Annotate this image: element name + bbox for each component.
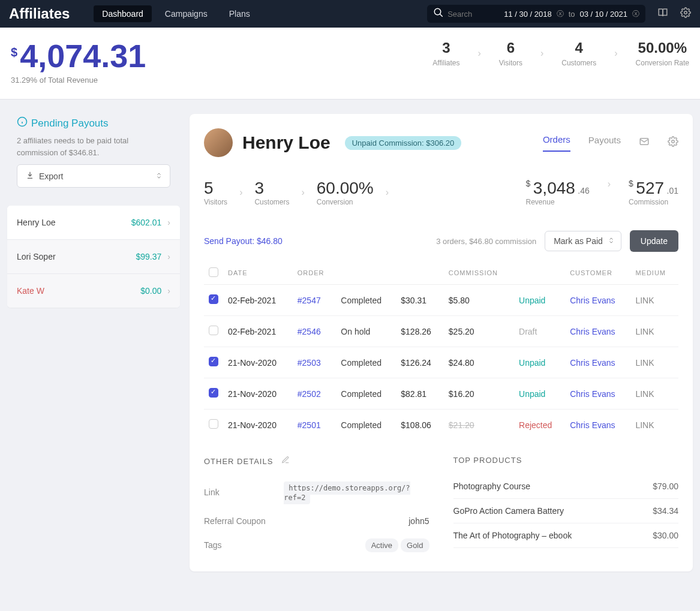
customer-link[interactable]: Chris Evans: [570, 358, 615, 368]
affiliate-item[interactable]: Henry Loe$602.01›: [7, 206, 180, 240]
cell-pay-status: Unpaid: [514, 347, 565, 378]
cell-commission: $21.20: [444, 410, 514, 438]
detail-label: Tags: [204, 540, 288, 550]
orders-scroll[interactable]: DATE ORDER COMMISSION CUSTOMER MEDIUM 02…: [204, 264, 678, 438]
other-details: OTHER DETAILS Linkhttps://demo.storeapps…: [204, 456, 429, 557]
affiliate-item[interactable]: Kate W$0.00›: [7, 274, 180, 308]
row-checkbox[interactable]: [209, 388, 218, 398]
export-select[interactable]: Export: [17, 164, 170, 188]
row-checkbox[interactable]: [209, 294, 218, 304]
customer-link[interactable]: Chris Evans: [570, 420, 615, 430]
cell-commission: $24.80: [444, 347, 514, 378]
top-products: TOP PRODUCTS Photography Course$79.00GoP…: [453, 456, 679, 557]
sidebar: Pending Payouts 2 affiliates needs to be…: [7, 114, 180, 308]
affiliate-name: Henry Loe: [17, 218, 56, 227]
mail-icon[interactable]: [639, 136, 650, 149]
nav-tabs: Dashboard Campaigns Plans: [94, 5, 258, 22]
send-payout-link[interactable]: Send Payout: $46.80: [204, 236, 283, 246]
order-link[interactable]: #2547: [298, 296, 321, 305]
row-checkbox[interactable]: [209, 419, 218, 429]
order-link[interactable]: #2501: [298, 420, 321, 430]
tab-payouts[interactable]: Payouts: [588, 135, 621, 151]
cell-status: On hold: [336, 316, 396, 347]
unpaid-commission-badge: Unpaid Commission: $306.20: [345, 136, 462, 150]
row-checkbox[interactable]: [209, 357, 218, 366]
cell-pay-status: Rejected: [514, 410, 565, 438]
affiliates-list: Henry Loe$602.01›Lori Soper$99.37›Kate W…: [7, 206, 180, 308]
chevron-right-icon: ›: [477, 48, 480, 59]
cell-medium: LINK: [630, 347, 678, 378]
kpi-items: 3 Affiliates › 6 Visitors › 4 Customers …: [432, 40, 689, 67]
product-name: Photography Course: [453, 481, 530, 491]
stat-commission-cur: $: [629, 179, 633, 188]
link-value[interactable]: https://demo.storeapps.org/?ref=2: [284, 481, 410, 504]
order-link[interactable]: #2546: [298, 327, 321, 336]
svg-line-1: [440, 14, 443, 17]
stat-visitors-v: 5: [204, 179, 227, 198]
order-link[interactable]: #2503: [298, 358, 321, 368]
svg-point-7: [672, 140, 675, 143]
stat-commission-big: 527: [636, 179, 664, 197]
kpi-conversion-l: Conversion Rate: [636, 59, 689, 67]
gear-icon[interactable]: [680, 7, 691, 21]
customer-link[interactable]: Chris Evans: [570, 327, 615, 336]
detail-label: Referral Coupon: [204, 516, 288, 526]
select-all-checkbox[interactable]: [209, 267, 218, 277]
kpi-visitors: 6 Visitors: [499, 40, 522, 67]
affiliate-amount: $99.37: [136, 252, 162, 261]
search-input[interactable]: [444, 10, 504, 19]
date-from[interactable]: 11 / 30 / 2018: [504, 10, 552, 19]
kpi-customers: 4 Customers: [561, 40, 596, 67]
edit-icon[interactable]: [281, 457, 290, 466]
stat-revenue: $ 3,048 .46 Revenue: [526, 179, 590, 206]
product-name: GoPro Action Camera Battery: [453, 506, 564, 516]
col-customer: CUSTOMER: [565, 264, 630, 285]
detail-value: john5: [408, 516, 429, 526]
stat-revenue-cur: $: [526, 179, 531, 188]
date-to[interactable]: 03 / 10 / 2021: [579, 10, 627, 19]
affiliate-amount: $0.00: [140, 286, 161, 296]
clear-to-icon[interactable]: ⓧ: [632, 9, 639, 19]
affiliate-name: Kate W: [17, 286, 44, 296]
chevron-updown-icon: [608, 236, 615, 246]
kpi-visitors-v: 6: [499, 40, 522, 56]
cell-date: 02-Feb-2021: [223, 316, 293, 347]
chevron-right-icon: ›: [614, 48, 617, 59]
cell-status: Completed: [336, 347, 396, 378]
row-checkbox[interactable]: [209, 326, 218, 335]
other-details-title-text: OTHER DETAILS: [204, 457, 273, 466]
stat-visitors-l: Visitors: [204, 198, 227, 206]
cell-commission: $25.20: [444, 316, 514, 347]
nav-tab-plans[interactable]: Plans: [221, 5, 259, 22]
mark-as-select[interactable]: Mark as Paid: [545, 231, 621, 251]
stat-conversion: 60.00% Conversion: [317, 179, 374, 206]
detail-row: TagsActiveGold: [204, 533, 429, 557]
clear-from-icon[interactable]: ⓧ: [557, 9, 564, 19]
chevron-updown-icon: [155, 171, 163, 181]
nav-tab-campaigns[interactable]: Campaigns: [157, 5, 216, 22]
cell-medium: LINK: [630, 378, 678, 410]
cell-date: 21-Nov-2020: [223, 378, 293, 410]
profile-header: Henry Loe Unpaid Commission: $306.20 Ord…: [204, 128, 678, 157]
gear-icon[interactable]: [668, 136, 678, 149]
table-row: 02-Feb-2021#2546On hold$128.26$25.20Draf…: [204, 316, 678, 347]
kpi-customers-v: 4: [561, 40, 596, 56]
cell-status: Completed: [336, 410, 396, 438]
affiliate-item[interactable]: Lori Soper$99.37›: [7, 240, 180, 274]
product-row: The Art of Photography – ebook$30.00: [453, 523, 679, 548]
search-bar[interactable]: 11 / 30 / 2018 ⓧ to 03 / 10 / 2021 ⓧ: [427, 5, 645, 23]
mark-as-label: Mark as Paid: [554, 236, 603, 246]
nav-tab-dashboard[interactable]: Dashboard: [94, 5, 152, 22]
tab-orders[interactable]: Orders: [543, 134, 570, 152]
cell-commission: $16.20: [444, 378, 514, 410]
customer-link[interactable]: Chris Evans: [570, 296, 615, 305]
customer-link[interactable]: Chris Evans: [570, 389, 615, 399]
update-button[interactable]: Update: [630, 230, 678, 252]
stat-customers-l: Customers: [254, 198, 289, 206]
stat-commission-l: Commission: [629, 198, 678, 206]
book-icon[interactable]: [657, 7, 668, 21]
order-link[interactable]: #2502: [298, 389, 321, 399]
product-price: $79.00: [653, 481, 678, 491]
kpi-total-value: 4,074.31: [20, 40, 146, 72]
table-row: 02-Feb-2021#2547Completed$30.31$5.80Unpa…: [204, 285, 678, 316]
